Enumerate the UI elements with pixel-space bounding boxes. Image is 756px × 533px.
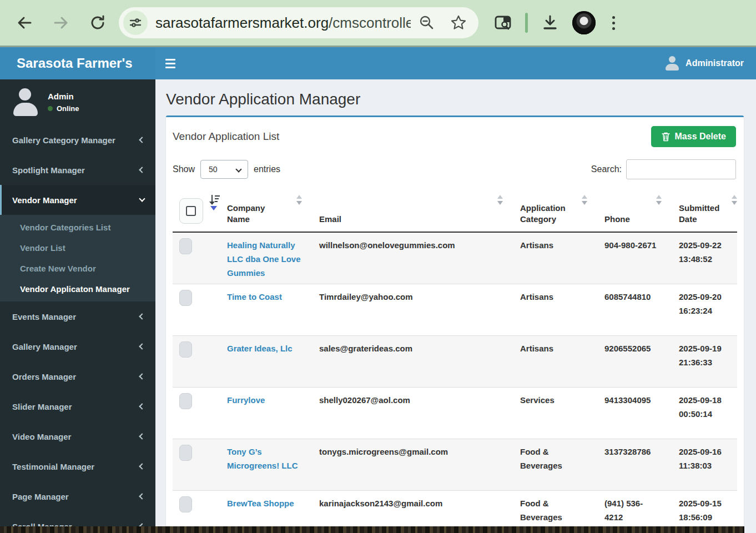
select-all-checkbox[interactable] <box>179 198 203 224</box>
cell-submitted-date: 2025-09-18 00:50:14 <box>672 388 737 421</box>
search-input[interactable] <box>626 159 736 179</box>
row-checkbox[interactable] <box>179 496 192 512</box>
forward-icon[interactable] <box>50 12 72 34</box>
sidebar-item-spotlight-manager[interactable]: Spotlight Manager <box>0 155 155 185</box>
row-checkbox[interactable] <box>179 290 192 306</box>
cell-email: tonygs.microgreens@gmail.com <box>312 439 513 459</box>
screen: sarasotafarmersmarket.org/cmscontroller/… <box>0 0 756 533</box>
table-row: Furrylove shelly020267@aol.com Services … <box>173 388 737 439</box>
extension-divider <box>525 13 528 33</box>
zoom-out-icon[interactable] <box>415 12 437 34</box>
sort-icon[interactable] <box>656 195 662 205</box>
menu-kebab-icon[interactable] <box>607 16 620 30</box>
cell-email: shelly020267@aol.com <box>312 388 513 407</box>
sidebar-user-panel: Admin Online <box>0 79 155 125</box>
cell-submitted-date: 2025-09-22 13:48:52 <box>672 233 737 266</box>
company-link[interactable]: Furrylove <box>227 395 265 405</box>
chevron-down-icon <box>139 195 145 202</box>
cell-email: karinajackson2143@gmail.com <box>312 491 513 510</box>
sort-icon[interactable] <box>296 195 302 205</box>
cell-phone: 9413304095 <box>597 388 672 407</box>
column-header-company[interactable]: Company Name <box>220 187 312 232</box>
user-icon <box>664 56 680 71</box>
user-menu-label: Administrator <box>686 58 744 68</box>
chevron-left-icon <box>139 313 145 319</box>
column-header-category[interactable]: Application Category <box>513 187 597 232</box>
sidebar-item-gallery-manager[interactable]: Gallery Manager <box>0 331 155 361</box>
column-header-email[interactable]: Email <box>312 187 513 232</box>
page-length-select[interactable]: 50 <box>200 160 248 179</box>
sidebar-subitem-vendor-list[interactable]: Vendor List <box>0 238 155 258</box>
sidebar-item-gallery-category-manager[interactable]: Gallery Category Manager <box>0 125 155 155</box>
download-icon[interactable] <box>539 12 561 34</box>
table-row: Healing Naturally LLC dba One Love Gummi… <box>173 233 737 284</box>
row-checkbox[interactable] <box>179 445 192 461</box>
profile-avatar[interactable] <box>572 11 596 34</box>
box-title: Vendor Application List <box>173 130 279 143</box>
sidebar-item-video-manager[interactable]: Video Manager <box>0 421 155 451</box>
sidebar-item-page-manager[interactable]: Page Manager <box>0 481 155 511</box>
address-bar[interactable]: sarasotafarmersmarket.org/cmscontroller/… <box>119 7 478 38</box>
chevron-left-icon <box>139 167 145 173</box>
chevron-left-icon <box>139 137 145 143</box>
sidebar-item-testimonial-manager[interactable]: Testimonial Manager <box>0 451 155 481</box>
cell-category: Artisans <box>513 233 597 252</box>
search-tabs-icon[interactable] <box>492 12 514 34</box>
chevron-left-icon <box>139 373 145 379</box>
bookmark-star-icon[interactable] <box>447 12 470 34</box>
sidebar-subitem-vendor-applicaton-manager[interactable]: Vendor Applicaton Manager <box>0 279 155 299</box>
sidebar-item-events-manager[interactable]: Events Manager <box>0 301 155 331</box>
back-icon[interactable] <box>13 12 36 34</box>
row-checkbox[interactable] <box>179 238 192 254</box>
company-link[interactable]: Healing Naturally LLC dba One Love Gummi… <box>227 240 301 278</box>
online-dot <box>48 106 53 111</box>
reload-icon[interactable] <box>87 12 109 34</box>
sidebar-user-name: Admin <box>48 92 79 101</box>
browser-nav-buttons <box>0 12 109 34</box>
sort-icon[interactable] <box>582 195 587 205</box>
cell-email: willnelson@onelovegummies.com <box>312 233 513 252</box>
vendor-table: Company Name Email Application Category <box>173 187 737 533</box>
cell-submitted-date: 2025-09-16 11:38:03 <box>672 439 737 472</box>
sort-icon[interactable] <box>732 195 737 205</box>
chevron-left-icon <box>139 403 145 409</box>
cell-phone: (941) 536-4212 <box>597 491 672 524</box>
cell-phone: 6085744810 <box>597 284 672 304</box>
cell-phone: 904-980-2671 <box>597 233 672 252</box>
url-domain: sarasotafarmersmarket.org <box>155 14 329 31</box>
sidebar-toggle-icon[interactable] <box>155 51 185 76</box>
company-link[interactable]: Time to Coast <box>227 292 282 301</box>
entries-label: entries <box>254 164 280 174</box>
avatar <box>12 88 39 116</box>
sidebar: Admin Online Gallery Category ManagerSpo… <box>0 79 155 533</box>
cell-category: Food & Beverages <box>513 439 597 472</box>
cell-email: Timrdailey@yahoo.com <box>312 284 513 304</box>
chevron-left-icon <box>139 433 145 439</box>
chevron-left-icon <box>139 463 145 469</box>
sidebar-item-orders-manager[interactable]: Orders Manager <box>0 361 155 391</box>
url-text: sarasotafarmersmarket.org/cmscontroller/… <box>155 14 411 32</box>
row-checkbox[interactable] <box>179 393 192 409</box>
app-navbar: Sarasota Farmer's Administrator <box>0 47 756 79</box>
search-label: Search: <box>591 164 622 174</box>
cell-submitted-date: 2025-09-15 18:56:09 <box>672 491 737 524</box>
site-settings-icon[interactable] <box>123 11 148 35</box>
row-checkbox[interactable] <box>179 341 192 358</box>
brand-logo[interactable]: Sarasota Farmer's <box>0 47 155 79</box>
company-link[interactable]: BrewTea Shoppe <box>227 499 294 508</box>
column-header-submitted[interactable]: Submitted Date <box>672 187 737 232</box>
company-link[interactable]: Grater Ideas, Llc <box>227 344 293 353</box>
sort-descending-icon[interactable] <box>209 194 220 212</box>
mass-delete-button[interactable]: Mass Delete <box>651 126 737 147</box>
sort-icon[interactable] <box>497 195 503 205</box>
chevron-down-icon <box>235 166 241 172</box>
column-header-phone[interactable]: Phone <box>597 187 672 232</box>
sidebar-subitem-vendor-categories-list[interactable]: Vendor Categories List <box>0 217 155 238</box>
table-row: Grater Ideas, Llc sales@graterideas.com … <box>173 336 737 388</box>
sidebar-subitem-create-new-vendor[interactable]: Create New Vendor <box>0 258 155 279</box>
cell-email: sales@graterideas.com <box>312 336 513 355</box>
sidebar-item-vendor-manager[interactable]: Vendor Manager <box>0 185 155 215</box>
company-link[interactable]: Tony G’s Microgreens! LLC <box>227 447 298 470</box>
sidebar-item-slider-manager[interactable]: Slider Manager <box>0 391 155 421</box>
user-menu[interactable]: Administrator <box>664 56 756 71</box>
